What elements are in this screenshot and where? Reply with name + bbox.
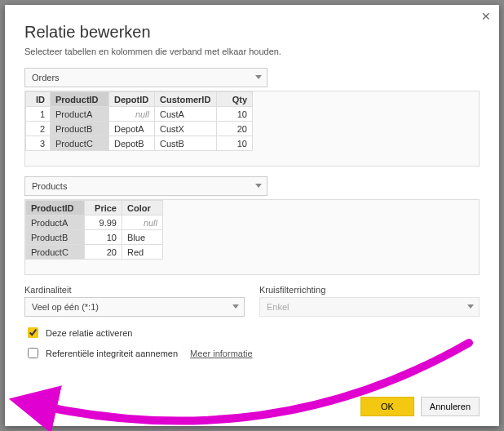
crossfilter-value: Enkel bbox=[267, 302, 290, 312]
col-id[interactable]: ID bbox=[26, 92, 51, 107]
col-customerid[interactable]: CustomerID bbox=[155, 92, 217, 107]
activate-relationship-label: Deze relatie activeren bbox=[46, 328, 132, 338]
col-price[interactable]: Price bbox=[85, 201, 122, 216]
col-color[interactable]: Color bbox=[122, 201, 163, 216]
activate-relationship-checkbox[interactable] bbox=[28, 327, 38, 338]
table-row: ProductB 10 Blue bbox=[26, 230, 163, 245]
crossfilter-select[interactable]: Enkel bbox=[259, 297, 480, 317]
crossfilter-label: Kruisfilterrichting bbox=[259, 285, 480, 295]
chevron-down-icon bbox=[255, 75, 262, 79]
edit-relationship-dialog: ✕ Relatie bewerken Selecteer tabellen en… bbox=[5, 5, 499, 426]
col-qty[interactable]: Qty bbox=[217, 92, 253, 107]
table1-select-value: Orders bbox=[32, 73, 60, 82]
table1-select[interactable]: Orders bbox=[24, 68, 267, 87]
table1-preview: ID ProductID DepotID CustomerID Qty 1 Pr… bbox=[24, 91, 480, 167]
table-row: 1 ProductA null CustA 10 bbox=[26, 107, 253, 122]
chevron-down-icon bbox=[467, 304, 474, 309]
dialog-title: Relatie bewerken bbox=[24, 23, 480, 42]
more-info-link[interactable]: Meer informatie bbox=[190, 349, 252, 358]
table2-select[interactable]: Products bbox=[24, 176, 267, 196]
table-header-row: ProductID Price Color bbox=[26, 201, 163, 216]
cardinality-value: Veel op één (*:1) bbox=[32, 302, 99, 312]
dialog-subtitle: Selecteer tabellen en kolommen die verba… bbox=[24, 47, 480, 56]
referential-integrity-checkbox[interactable] bbox=[28, 348, 38, 358]
cancel-button[interactable]: Annuleren bbox=[421, 397, 480, 416]
ok-button[interactable]: OK bbox=[360, 397, 414, 416]
col-depotid[interactable]: DepotID bbox=[109, 92, 155, 107]
table2-select-value: Products bbox=[32, 181, 67, 191]
referential-integrity-checkbox-row: Referentiële integriteit aannemen Meer i… bbox=[24, 345, 480, 361]
cardinality-label: Kardinaliteit bbox=[24, 285, 245, 295]
cardinality-select[interactable]: Veel op één (*:1) bbox=[24, 297, 245, 317]
col-productid[interactable]: ProductID bbox=[51, 92, 109, 107]
table-header-row: ID ProductID DepotID CustomerID Qty bbox=[26, 92, 253, 107]
chevron-down-icon bbox=[232, 304, 239, 309]
referential-integrity-label: Referentiële integriteit aannemen bbox=[46, 349, 178, 358]
chevron-down-icon bbox=[255, 184, 262, 188]
col-productid[interactable]: ProductID bbox=[26, 201, 85, 216]
table2-preview: ProductID Price Color ProductA 9.99 null… bbox=[24, 199, 480, 275]
close-icon[interactable]: ✕ bbox=[481, 10, 491, 23]
table-row: ProductA 9.99 null bbox=[26, 216, 163, 230]
activate-relationship-checkbox-row: Deze relatie activeren bbox=[24, 325, 480, 340]
table-row: 3 ProductC DepotB CustB 10 bbox=[26, 136, 253, 151]
table-row: ProductC 20 Red bbox=[26, 245, 163, 260]
table-row: 2 ProductB DepotA CustX 20 bbox=[26, 122, 253, 136]
